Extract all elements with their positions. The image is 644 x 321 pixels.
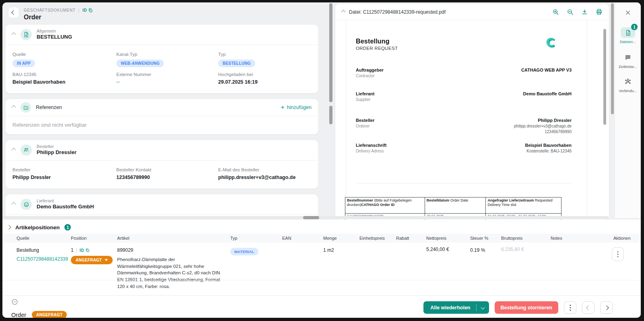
collapse-icon — [11, 105, 16, 109]
column-header: Typ — [230, 234, 282, 243]
sidebar-item-dateien[interactable]: 1 Dateien... — [615, 27, 641, 44]
kanal-typ-badge: WEB-ANWENDUNG — [116, 60, 164, 67]
previous-button[interactable] — [582, 301, 594, 314]
collapse-icon — [11, 148, 16, 152]
field-externe-nummer: Externe Nummer -- — [116, 70, 218, 88]
field-besteller-kontakt: Besteller Kontakt 123456789990 — [116, 165, 218, 183]
pdf-row-lieferant: LieferantSupplier Demo Baustoffe GmbH — [356, 91, 572, 102]
section-referenzen: Referenzen + hinzufügen Referenzen sind … — [6, 99, 318, 134]
chevron-left-icon — [586, 305, 590, 310]
order-id-link[interactable]: C112507298488142339 — [17, 256, 68, 262]
chevron-right-icon — [604, 305, 609, 310]
positions-count-badge: 1 — [64, 224, 71, 230]
cancel-order-button[interactable]: Bestellung stornieren — [495, 301, 559, 314]
right-sidebar: 1 Dateien... Zeitleiste... Verbindu... — [615, 2, 641, 218]
id-label: ID — [83, 8, 87, 12]
zoom-out-icon[interactable] — [567, 8, 574, 15]
cell-bruttopreis: 6.235,60 € — [501, 243, 545, 294]
section-label: Lieferant — [37, 198, 94, 204]
status-dropdown[interactable]: ANGEFRAGT — [71, 256, 113, 264]
add-reference-button[interactable]: + hinzufügen — [281, 104, 312, 111]
quelle-badge: IN APP — [12, 60, 35, 67]
zoom-in-icon[interactable] — [552, 8, 559, 15]
sidebar-item-verbindungen[interactable]: Verbindu... — [615, 76, 641, 93]
section-title: Philipp Dressler — [37, 149, 76, 156]
next-button[interactable] — [600, 301, 613, 314]
pdf-row-besteller: BestellerOrderer Philipp Dressler philip… — [356, 118, 572, 134]
section-lieferant-header[interactable]: Lieferant Demo Baustoffe GmbH — [6, 194, 318, 214]
section-allgemein-header[interactable]: Allgemein BESTELLUNG — [6, 25, 318, 45]
copy-icon — [85, 248, 89, 252]
row-actions-button[interactable] — [612, 247, 624, 261]
column-header: Menge — [323, 234, 359, 243]
section-label: Allgemein — [37, 29, 72, 34]
cell-rabatt — [396, 243, 426, 294]
plus-icon: + — [281, 104, 284, 111]
file-icon — [625, 30, 631, 36]
users-icon — [21, 144, 32, 156]
column-header: Rabatt — [396, 234, 426, 243]
pdf-file-name: Datei: C112507298488142339-requested.pdf — [349, 9, 446, 15]
cell-quelle: Bestellung C112507298488142339 — [17, 243, 71, 294]
page-title: Order — [24, 14, 93, 21]
pdf-divider — [356, 183, 572, 183]
chevron-down-icon — [105, 259, 108, 261]
column-header: Quelle — [17, 234, 71, 243]
download-icon[interactable] — [581, 8, 588, 15]
section-besteller-header[interactable]: Besteller Philipp Dressler — [6, 140, 318, 160]
chevron-down-icon — [481, 306, 485, 310]
cathago-logo: C — [546, 35, 555, 49]
column-header: Einheitspreis — [359, 234, 396, 243]
section-besteller: Besteller Philipp Dressler Besteller Phi… — [6, 140, 318, 189]
positions-table-header: Quelle Position Artikel Typ EAN Menge Ei… — [2, 234, 641, 243]
position-id-copy-link[interactable]: ID — [80, 248, 89, 253]
positions-header[interactable]: Artikelpositionen 1 — [2, 220, 641, 234]
kebab-icon — [617, 251, 619, 257]
scrollbar-thumb[interactable] — [611, 3, 614, 114]
column-header: EAN — [282, 234, 323, 243]
id-copy-link[interactable]: ID — [83, 8, 93, 12]
section-label: Besteller — [37, 144, 76, 150]
supplier-icon — [21, 199, 32, 210]
cell-aktionen — [606, 243, 641, 294]
collapse-file-icon[interactable] — [341, 10, 345, 14]
position-row: Bestellung C112507298488142339 1 | ID AN… — [2, 243, 641, 294]
files-count-badge: 1 — [631, 24, 638, 30]
artikel-number: 899029 — [117, 247, 227, 253]
sidebar-item-zeitleiste[interactable]: Zeitleiste... — [615, 52, 641, 69]
pdf-row-auftraggeber: AuftraggeberContractor CATHAGO WEB APP V… — [356, 68, 572, 78]
horizontal-scrollbar — [2, 216, 609, 219]
scrollbar-thumb[interactable] — [329, 3, 332, 102]
column-header: Aktionen — [606, 234, 641, 243]
back-button[interactable] — [8, 7, 19, 18]
close-icon[interactable] — [625, 10, 631, 16]
section-allgemein: Allgemein BESTELLUNG Quelle IN APP Kanal… — [6, 25, 318, 93]
repeat-all-button[interactable]: Alle wiederholen — [423, 301, 489, 314]
column-header: Bruttopreis — [501, 234, 545, 243]
left-panel-scrollbar — [329, 2, 332, 216]
section-title: BESTELLUNG — [37, 34, 72, 41]
repeat-all-dropdown[interactable] — [477, 306, 489, 309]
cell-artikel: 899029 Phenolharz-Dämmplatte der Wärmele… — [117, 243, 230, 294]
divider — [2, 295, 641, 296]
section-title: Demo Baustoffe GmbH — [37, 204, 94, 210]
pdf-preview-panel: Datei: C112507298488142339-requested.pdf… — [335, 4, 609, 220]
field-projekt: BAU-12345 Beispiel Bauvorhaben — [12, 70, 116, 88]
material-badge: MATERIAL — [230, 248, 258, 255]
scrollbar-thumb[interactable] — [303, 216, 319, 219]
section-referenzen-header[interactable]: Referenzen + hinzufügen — [6, 99, 318, 116]
print-icon[interactable] — [596, 8, 603, 15]
field-besteller: Besteller Philipp Dressler — [12, 165, 116, 183]
breadcrumb-label: GESCHÄFTSDOKUMENT — [24, 8, 76, 12]
pdf-page: Bestellung ORDER REQUEST C AuftraggeberC… — [346, 20, 587, 220]
more-actions-button[interactable] — [564, 301, 576, 314]
chat-bubble-icon — [625, 54, 631, 61]
scrollbar-thumb[interactable] — [329, 106, 332, 124]
cell-steuer: 0.19 % — [470, 243, 501, 294]
artikel-description: Phenolharz-Dämmplatte der Wärmeleitfähig… — [117, 256, 227, 290]
column-header: Position — [71, 234, 117, 243]
typ-badge: BESTELLUNG — [218, 60, 255, 67]
collapse-footer-icon[interactable] — [11, 298, 18, 305]
positions-title: Artikelpositionen — [15, 224, 60, 230]
pdf-scrollbar-thumb[interactable] — [603, 29, 606, 125]
